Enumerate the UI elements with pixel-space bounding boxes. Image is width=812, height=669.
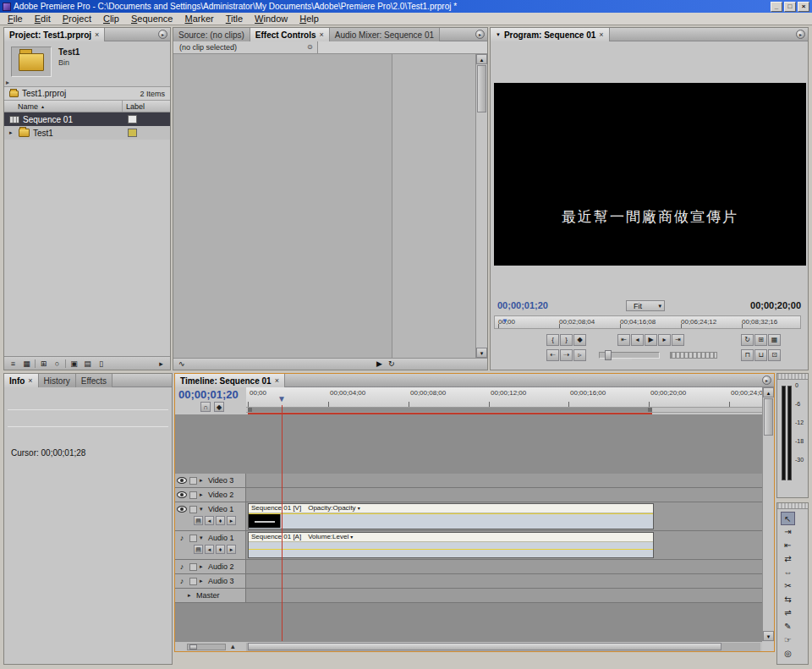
clip-keyframe-dropdown[interactable]: Volume:Level ▾ bbox=[308, 533, 353, 541]
show-effects-toggle-icon[interactable]: ⊙ bbox=[307, 43, 313, 51]
icon-view-icon[interactable]: ▦ bbox=[21, 359, 32, 369]
timeline-vertical-scrollbar[interactable]: ▴ ▾ bbox=[762, 387, 774, 641]
new-item-icon[interactable]: ▤ bbox=[82, 359, 93, 369]
track-lane-audio-2[interactable] bbox=[246, 560, 762, 573]
show-hide-timeline-view-icon[interactable]: ∿ bbox=[178, 359, 185, 368]
slip-tool-button[interactable]: ⇆ bbox=[781, 593, 795, 606]
automate-to-sequence-icon[interactable]: ⊞ bbox=[38, 359, 49, 369]
snap-button[interactable]: ∩ bbox=[200, 402, 211, 412]
next-keyframe-icon[interactable]: ▸ bbox=[227, 516, 236, 525]
playhead[interactable]: ▼ bbox=[277, 394, 286, 403]
export-frame-button[interactable]: ⊡ bbox=[768, 349, 781, 361]
scroll-right-icon[interactable]: ▸ bbox=[156, 359, 167, 369]
track-lock-toggle[interactable] bbox=[189, 563, 197, 571]
tab-close-icon[interactable]: × bbox=[28, 376, 32, 385]
selection-tool-button[interactable]: ↖ bbox=[781, 512, 795, 525]
menu-item-project[interactable]: Project bbox=[57, 13, 97, 25]
jump-forward-button[interactable]: ⇢ bbox=[560, 349, 573, 361]
scrollbar-thumb[interactable] bbox=[248, 643, 721, 650]
clear-icon[interactable]: ▯ bbox=[96, 359, 107, 369]
track-lane-master[interactable] bbox=[246, 589, 762, 602]
menu-item-marker[interactable]: Marker bbox=[179, 13, 220, 25]
track-lock-toggle[interactable] bbox=[189, 491, 197, 499]
panel-menu-button[interactable]: ▸ bbox=[475, 30, 485, 39]
program-playhead[interactable]: ▼ bbox=[502, 317, 508, 325]
effect-controls-clip-selector[interactable]: (no clip selected) bbox=[174, 41, 318, 53]
video-clip[interactable]: Sequence 01 [V] Opacity:Opacity ▾ bbox=[248, 503, 654, 529]
track-lane-audio-1[interactable]: Sequence 01 [A] Volume:Level ▾ bbox=[246, 531, 762, 559]
label-swatch[interactable] bbox=[128, 129, 137, 137]
track-output-toggle-icon[interactable] bbox=[177, 491, 187, 498]
menu-item-window[interactable]: Window bbox=[249, 13, 294, 25]
track-lane-video-1[interactable]: Sequence 01 [V] Opacity:Opacity ▾ bbox=[246, 502, 762, 530]
project-row-sequence-01[interactable]: Sequence 01 bbox=[4, 112, 170, 126]
zoom-slider[interactable] bbox=[187, 644, 226, 650]
track-expand-icon[interactable]: ▸ bbox=[200, 563, 206, 570]
menu-item-help[interactable]: Help bbox=[294, 13, 325, 25]
track-lock-toggle[interactable] bbox=[189, 578, 197, 585]
output-button[interactable]: ▦ bbox=[768, 334, 781, 346]
timeline-timecode[interactable]: 00;00;01;20 bbox=[178, 388, 239, 401]
panel-menu-button[interactable]: ▸ bbox=[796, 30, 805, 39]
track-output-toggle-icon[interactable] bbox=[177, 477, 187, 484]
play-audio-icon[interactable]: ▶ bbox=[376, 359, 382, 368]
tab-timeline[interactable]: Timeline: Sequence 01 × bbox=[175, 374, 285, 387]
zoom-tool-button[interactable]: ◎ bbox=[781, 647, 795, 661]
panel-menu-button[interactable]: ▸ bbox=[762, 376, 771, 385]
poster-play-icon[interactable]: ▸ bbox=[6, 79, 9, 86]
scrollbar-thumb[interactable] bbox=[477, 65, 486, 112]
fit-dropdown[interactable]: Fit ▾ bbox=[626, 300, 665, 311]
expander-icon[interactable]: ▸ bbox=[9, 129, 15, 136]
scrollbar-down-icon[interactable]: ▾ bbox=[476, 348, 487, 358]
set-display-style-icon[interactable]: ▤ bbox=[194, 516, 203, 525]
loop-icon[interactable]: ↻ bbox=[388, 359, 395, 368]
clip-keyframe-dropdown[interactable]: Opacity:Opacity ▾ bbox=[308, 504, 359, 513]
track-lock-toggle[interactable] bbox=[189, 506, 197, 513]
shuttle-thumb[interactable] bbox=[605, 350, 612, 360]
track-expand-icon[interactable]: ▾ bbox=[200, 506, 206, 513]
close-button[interactable]: × bbox=[798, 2, 809, 12]
speaker-icon[interactable]: ♪ bbox=[177, 577, 187, 585]
tab-history[interactable]: History bbox=[39, 374, 76, 387]
jog-wheel[interactable] bbox=[670, 352, 717, 359]
pen-tool-button[interactable]: ✎ bbox=[781, 620, 795, 633]
tab-project[interactable]: Project: Test1.prproj × bbox=[4, 28, 105, 41]
minimize-button[interactable]: _ bbox=[771, 2, 782, 12]
go-to-out-button[interactable]: ⇥ bbox=[672, 334, 684, 346]
current-timecode[interactable]: 00;00;01;20 bbox=[497, 300, 548, 310]
panel-grip[interactable] bbox=[777, 503, 808, 509]
play-in-to-out-button[interactable]: ▹ bbox=[573, 349, 586, 361]
play-button[interactable]: ▶ bbox=[645, 334, 657, 346]
track-expand-icon[interactable]: ▸ bbox=[188, 592, 194, 599]
extract-button[interactable]: ⊔ bbox=[754, 349, 767, 361]
scrollbar-track[interactable] bbox=[246, 643, 760, 651]
track-lane-audio-3[interactable] bbox=[246, 574, 762, 588]
ripple-edit-tool-button[interactable]: ⇤ bbox=[781, 539, 795, 552]
tab-close-icon[interactable]: × bbox=[95, 30, 99, 39]
lift-button[interactable]: ⊓ bbox=[741, 349, 754, 361]
scrollbar-down-icon[interactable]: ▾ bbox=[763, 631, 774, 641]
speaker-icon[interactable]: ♪ bbox=[177, 562, 187, 571]
label-swatch[interactable] bbox=[128, 115, 137, 123]
project-row-test1[interactable]: ▸ Test1 bbox=[4, 126, 170, 140]
set-marker-button[interactable]: ◆ bbox=[573, 334, 586, 346]
razor-tool-button[interactable]: ✂ bbox=[781, 579, 795, 593]
add-keyframe-icon[interactable]: ♦ bbox=[216, 545, 225, 554]
set-in-button[interactable]: { bbox=[546, 334, 559, 346]
menu-item-edit[interactable]: Edit bbox=[29, 13, 57, 25]
tab-audio-mixer[interactable]: Audio Mixer: Sequence 01 bbox=[330, 28, 440, 41]
new-bin-icon[interactable]: ▣ bbox=[69, 359, 80, 369]
zoom-in-icon[interactable]: ▴ bbox=[231, 642, 235, 650]
tab-close-icon[interactable]: × bbox=[599, 30, 603, 39]
zoom-slider-thumb[interactable] bbox=[189, 644, 197, 650]
audio-clip[interactable]: Sequence 01 [A] Volume:Level ▾ bbox=[248, 532, 654, 558]
go-to-in-button[interactable]: ⇤ bbox=[617, 334, 630, 346]
work-area-bar[interactable] bbox=[248, 408, 652, 412]
track-lane-video-3[interactable] bbox=[246, 474, 762, 487]
track-lock-toggle[interactable] bbox=[189, 535, 197, 542]
timeline-horizontal-scrollbar[interactable]: ▴ bbox=[175, 641, 762, 651]
tab-effect-controls[interactable]: Effect Controls × bbox=[250, 28, 330, 41]
tab-program[interactable]: ▼ Program: Sequence 01 × bbox=[491, 28, 610, 41]
track-lane-video-2[interactable] bbox=[246, 488, 762, 502]
scrollbar-thumb[interactable] bbox=[764, 398, 773, 436]
